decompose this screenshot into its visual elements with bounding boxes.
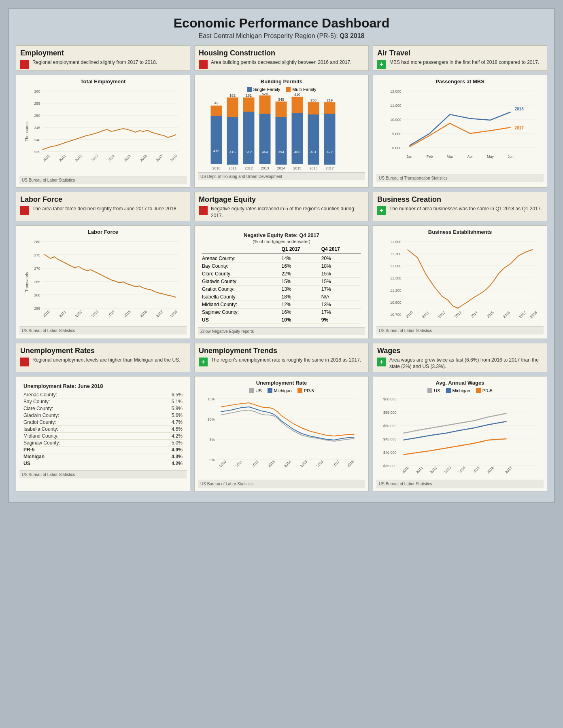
row-3-indicators: Unemployment Rates Regional unemployment… — [16, 343, 547, 372]
equity-row-bay: Bay County: 16% 18% — [202, 262, 361, 270]
svg-text:2011: 2011 — [421, 310, 430, 319]
employment-indicator: Regional employment declined slightly fr… — [20, 59, 186, 69]
svg-text:11,300: 11,300 — [390, 276, 402, 280]
svg-text:10,700: 10,700 — [390, 313, 402, 317]
air-travel-card-header: Air Travel + MBS had more passengers in … — [373, 46, 547, 70]
employment-desc: Regional employment declined slightly fr… — [32, 59, 157, 66]
business-card-header: Business Creation + The number of area b… — [373, 192, 547, 217]
svg-text:5%: 5% — [209, 438, 215, 442]
svg-text:2016: 2016 — [309, 166, 317, 170]
svg-text:2017: 2017 — [515, 126, 524, 130]
wages-us-legend: US — [427, 388, 440, 393]
air-travel-title: Air Travel — [377, 49, 543, 57]
labor-force-title: Labor Force — [20, 195, 186, 204]
svg-text:2016: 2016 — [139, 154, 148, 162]
building-permits-chart: 42 419 162 416 161 512 528 464 — [198, 93, 365, 172]
us-legend: US — [249, 388, 261, 393]
housing-indicator: Area building permits decreased slightly… — [199, 59, 364, 69]
svg-text:240: 240 — [34, 138, 40, 142]
row-2-charts: Labor Force Thousands 280 275 270 265 26… — [16, 225, 547, 339]
business-indicator: + The number of area businesses was the … — [377, 205, 543, 215]
svg-text:$55,000: $55,000 — [383, 411, 397, 415]
labor-force-indicator: The area labor force declined slightly f… — [20, 205, 186, 215]
row-1-charts: Total Employment Thousands 260 255 250 2… — [16, 75, 547, 188]
svg-text:2011: 2011 — [58, 154, 67, 162]
unemp-row-pr5: PR-54.9% — [23, 447, 183, 453]
wages-michigan-color — [446, 388, 451, 393]
unemp-rates-card-header: Unemployment Rates Regional unemployment… — [16, 343, 190, 368]
employment-chart-card: Total Employment Thousands 260 255 250 2… — [16, 75, 190, 188]
svg-text:2014: 2014 — [283, 459, 292, 468]
svg-text:2015: 2015 — [293, 166, 301, 170]
employment-chart-source: US Bureau of Labor Statistics — [19, 176, 187, 184]
svg-text:2018: 2018 — [170, 309, 178, 318]
svg-text:2010: 2010 — [212, 166, 220, 170]
svg-text:2014: 2014 — [458, 466, 466, 474]
air-travel-indicator: + MBS had more passengers in the first h… — [377, 59, 543, 69]
unemp-row-gladwin: Gladwin County:5.6% — [23, 412, 183, 419]
unemp-row-bay: Bay County:5.1% — [23, 398, 183, 405]
svg-text:2012: 2012 — [429, 466, 438, 474]
business-title: Business Creation — [377, 195, 543, 204]
svg-text:0%: 0% — [209, 458, 215, 462]
svg-text:Apr: Apr — [467, 154, 473, 159]
svg-text:2017: 2017 — [332, 459, 340, 468]
dashboard-title: Economic Performance Dashboard — [16, 16, 547, 31]
svg-rect-23 — [211, 106, 222, 116]
svg-text:472: 472 — [327, 150, 333, 154]
wages-michigan-legend: Michigan — [446, 388, 470, 393]
svg-text:$50,000: $50,000 — [383, 424, 397, 428]
wages-legend: US Michigan PR-5 — [376, 388, 544, 393]
svg-text:8,000: 8,000 — [392, 146, 402, 150]
wages-pr5-legend: PR-5 — [476, 388, 493, 393]
svg-text:419: 419 — [213, 149, 219, 153]
svg-text:260: 260 — [34, 293, 40, 297]
unemp-rates-table: Unemployment Rate: June 2018 Arenac Coun… — [19, 380, 187, 470]
employment-chart: Thousands 260 255 250 245 240 235 2010 2… — [19, 87, 187, 176]
dashboard-subtitle: East Central Michigan Prosperity Region … — [16, 32, 547, 40]
svg-text:275: 275 — [34, 253, 40, 257]
svg-text:2011: 2011 — [228, 166, 236, 170]
row-2-indicators: Labor Force The area labor force decline… — [16, 192, 547, 221]
svg-rect-22 — [211, 116, 222, 164]
labor-force-red-indicator — [20, 206, 29, 215]
row-3-charts: Unemployment Rate: June 2018 Arenac Coun… — [16, 376, 547, 491]
svg-text:2015: 2015 — [486, 310, 495, 319]
wages-chart-title: Avg. Annual Wages — [376, 380, 544, 386]
unemp-row-clare: Clare County:5.8% — [23, 405, 183, 412]
housing-title: Housing Construction — [199, 49, 364, 57]
svg-text:2016: 2016 — [139, 309, 148, 318]
svg-text:2014: 2014 — [470, 310, 478, 319]
unemp-row-michigan: Michigan4.3% — [23, 453, 183, 460]
unemp-row-saginaw: Saginaw County:5.0% — [23, 440, 183, 447]
unemp-trends-chart: 15% 10% 5% 0% 2010 2011 2012 2013 201 — [198, 395, 365, 480]
dashboard: Economic Performance Dashboard East Cent… — [8, 8, 555, 503]
svg-text:345: 345 — [278, 97, 284, 102]
svg-text:2018: 2018 — [346, 459, 355, 468]
svg-text:2013: 2013 — [261, 166, 269, 170]
svg-text:$40,000: $40,000 — [383, 451, 397, 455]
equity-row-gratiot: Gratiot County: 13% 17% — [202, 286, 361, 293]
svg-text:2017: 2017 — [504, 466, 513, 474]
labor-force-chart: Thousands 280 275 270 265 260 255 2010 2… — [19, 237, 187, 326]
svg-rect-51 — [324, 102, 336, 114]
wages-title: Wages — [377, 347, 543, 355]
svg-text:2012: 2012 — [251, 459, 259, 468]
svg-text:260: 260 — [34, 89, 40, 93]
svg-text:10%: 10% — [207, 417, 215, 421]
unemp-trends-legend: US Michigan PR-5 — [198, 388, 365, 393]
business-green-indicator: + — [377, 206, 386, 215]
business-chart-title: Business Establishments — [376, 229, 544, 235]
svg-rect-46 — [308, 114, 319, 165]
svg-text:2014: 2014 — [277, 166, 285, 170]
business-chart-source: US Bureau of Labor Statistics — [376, 326, 544, 334]
svg-text:12,000: 12,000 — [390, 89, 402, 93]
svg-text:2016: 2016 — [502, 310, 511, 319]
svg-text:9,000: 9,000 — [392, 132, 402, 136]
mortgage-title: Mortgage Equity — [199, 195, 364, 204]
svg-text:2017: 2017 — [155, 309, 164, 318]
labor-force-indicator-card: Labor Force The area labor force decline… — [16, 192, 190, 221]
svg-text:10,000: 10,000 — [390, 118, 402, 122]
svg-text:2010: 2010 — [405, 310, 414, 319]
svg-text:11,900: 11,900 — [390, 240, 402, 244]
